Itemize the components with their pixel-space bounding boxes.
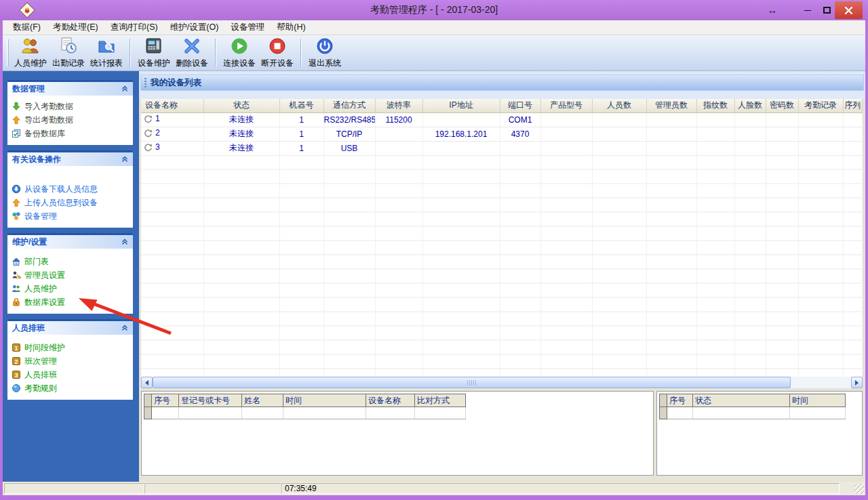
horizontal-scrollbar[interactable] — [141, 377, 863, 388]
col-ip-address[interactable]: IP地址 — [422, 99, 500, 112]
connect-device-button[interactable]: 连接设备 — [220, 37, 258, 69]
section-header-device-operations[interactable]: 有关设备操作 — [7, 150, 133, 166]
col-password-count[interactable]: 密码数 — [766, 99, 798, 112]
col-verify-mode[interactable]: 比对方式 — [415, 394, 466, 407]
device-row[interactable]: 1 未连接1RS232/RS485115200COM1 — [141, 112, 863, 127]
col-comm-mode[interactable]: 通信方式 — [323, 99, 375, 112]
section-header-personnel-scheduling[interactable]: 人员排班 — [7, 319, 133, 335]
sidebar-item-time-period-maintenance[interactable]: 1时间段维护 — [12, 341, 132, 354]
menu-maintenance[interactable]: 维护/设置(O) — [164, 20, 225, 35]
collapse-chevron-icon[interactable] — [121, 85, 128, 92]
tile-3-icon: 3 — [12, 370, 21, 379]
scroll-right-button[interactable] — [851, 377, 863, 388]
sidebar-item-personnel-scheduling[interactable]: 3人员排班 — [12, 368, 132, 381]
thumb-grip — [467, 380, 476, 386]
sidebar-item-export-attendance-data[interactable]: 导出考勤数据 — [12, 113, 132, 127]
menu-data[interactable]: 数据(F) — [7, 20, 47, 35]
sidebar-item-database-settings[interactable]: 数据库设置 — [12, 295, 132, 309]
personnel-maintenance-button[interactable]: 人员维护 — [12, 37, 50, 69]
section-body: 导入考勤数据 导出考勤数据 备份数据库 — [7, 96, 133, 145]
triangle-left-icon — [145, 380, 149, 386]
monitor-left-empty-row — [144, 407, 466, 419]
panel-title-text: 我的设备列表 — [151, 77, 201, 89]
menu-help[interactable]: 帮助(H) — [271, 20, 311, 35]
resize-grip[interactable] — [854, 484, 864, 494]
sidebar-item-attendance-rules[interactable]: 考勤规则 — [12, 381, 132, 395]
exit-system-button[interactable]: 退出系统 — [306, 37, 344, 69]
attendance-record-button[interactable]: 出勤记录 — [50, 37, 87, 69]
col-admin-count[interactable]: 管理员数 — [646, 99, 696, 112]
svg-text:3: 3 — [14, 372, 18, 379]
collapse-chevron-icon[interactable] — [121, 238, 128, 245]
copy-pages-icon — [12, 129, 21, 138]
toolbar-grip[interactable] — [7, 39, 9, 66]
section-body: 部门表 管理员设置 人员维护 数据库设置 — [7, 249, 133, 314]
minimize-icon[interactable]: ─ — [799, 1, 816, 19]
window-title: 考勤管理程序 - [ - 2017-03-20] — [370, 4, 498, 16]
title-bar: 考勤管理程序 - [ - 2017-03-20] ↔ ─ — [0, 0, 868, 20]
col-seq[interactable]: 序号 — [152, 394, 179, 407]
svg-text:2: 2 — [14, 358, 18, 365]
arrow-up-orange-icon — [12, 115, 21, 125]
col-name[interactable]: 姓名 — [242, 394, 283, 407]
menu-attendance[interactable]: 考勤处理(E) — [47, 20, 104, 35]
scroll-left-button[interactable] — [141, 377, 153, 388]
sidebar-item-administrator-settings[interactable]: 管理员设置 — [12, 268, 132, 282]
sidebar-section-device-operations: 有关设备操作 从设备下载人员信息 上传人员信息到设备 设备管理 — [7, 150, 133, 228]
col-attendance-records[interactable]: 考勤记录 — [798, 99, 843, 112]
col-fingerprint-count[interactable]: 指纹数 — [696, 99, 734, 112]
section-header-maintenance-settings[interactable]: 维护/设置 — [7, 233, 133, 249]
col-machine-no[interactable]: 机器号 — [279, 99, 323, 112]
arrow-down-green-icon — [12, 102, 21, 111]
statistics-report-button[interactable]: 统计报表 — [87, 37, 125, 69]
sidebar-item-shift-management[interactable]: 2班次管理 — [12, 354, 132, 368]
col-baud-rate[interactable]: 波特率 — [375, 99, 422, 112]
delete-device-button[interactable]: 删除设备 — [173, 37, 211, 69]
sidebar-item-upload-personnel-to-device[interactable]: 上传人员信息到设备 — [12, 196, 132, 209]
col-badge-or-card[interactable]: 登记号或卡号 — [179, 394, 242, 407]
main-area: 我的设备列表 设备名称 状态 机器号 通信方式 波特率 IP地址 端口号 产品型… — [139, 71, 865, 482]
sidebar-item-download-personnel-from-device[interactable]: 从设备下载人员信息 — [12, 182, 132, 196]
col-port[interactable]: 端口号 — [500, 99, 540, 112]
col-status[interactable]: 状态 — [203, 99, 279, 112]
section-header-data-management[interactable]: 数据管理 — [7, 80, 133, 96]
col-device-name[interactable]: 设备名称 — [366, 394, 415, 407]
col-status[interactable]: 状态 — [693, 394, 790, 407]
device-row[interactable]: 2 未连接1TCP/IP192.168.1.2014370 — [141, 127, 863, 141]
collapse-chevron-icon[interactable] — [121, 156, 128, 163]
col-time[interactable]: 时间 — [790, 394, 846, 407]
sidebar-section-personnel-scheduling: 人员排班 1时间段维护 2班次管理 3人员排班 考勤规则 — [7, 319, 133, 400]
col-people-count[interactable]: 人员数 — [592, 99, 646, 112]
colored-balls-icon — [12, 211, 21, 221]
sidebar-item-department-table[interactable]: 部门表 — [12, 255, 132, 268]
toolbar-separator — [300, 39, 302, 67]
device-table: 设备名称 状态 机器号 通信方式 波特率 IP地址 端口号 产品型号 人员数 管… — [141, 99, 863, 377]
sidebar-item-import-attendance-data[interactable]: 导入考勤数据 — [12, 100, 132, 113]
sidebar-item-device-management[interactable]: 设备管理 — [12, 209, 132, 223]
restore-icon[interactable]: ↔ — [764, 1, 781, 19]
disconnect-device-button[interactable]: 断开设备 — [258, 37, 296, 69]
sidebar-item-personnel-maintenance[interactable]: 人员维护 — [12, 282, 132, 295]
device-maintenance-button[interactable]: 设备维护 — [135, 37, 173, 69]
scrollbar-thumb[interactable] — [153, 377, 791, 388]
col-device-name[interactable]: 设备名称 — [141, 99, 203, 112]
col-serial[interactable]: 序列 — [843, 99, 863, 112]
close-icon[interactable] — [835, 1, 863, 19]
maximize-icon[interactable] — [818, 1, 835, 19]
sidebar-item-backup-database[interactable]: 备份数据库 — [12, 127, 132, 140]
section-body: 1时间段维护 2班次管理 3人员排班 考勤规则 — [7, 335, 133, 400]
menu-device[interactable]: 设备管理 — [224, 20, 271, 35]
menu-query-print[interactable]: 查询/打印(S) — [104, 20, 164, 35]
col-seq[interactable]: 序号 — [667, 394, 693, 407]
col-product-model[interactable]: 产品型号 — [540, 99, 592, 112]
device-sync-icon — [144, 129, 153, 138]
device-row[interactable]: 3 未连接1USB — [141, 141, 863, 155]
panel-grip[interactable] — [144, 78, 146, 88]
col-time[interactable]: 时间 — [283, 394, 366, 407]
col-face-count[interactable]: 人脸数 — [734, 99, 766, 112]
house-icon — [12, 257, 21, 266]
record-doc-clock-icon — [59, 37, 78, 57]
collapse-chevron-icon[interactable] — [121, 325, 128, 331]
device-sync-icon — [144, 114, 153, 123]
report-folder-icon — [97, 37, 116, 57]
